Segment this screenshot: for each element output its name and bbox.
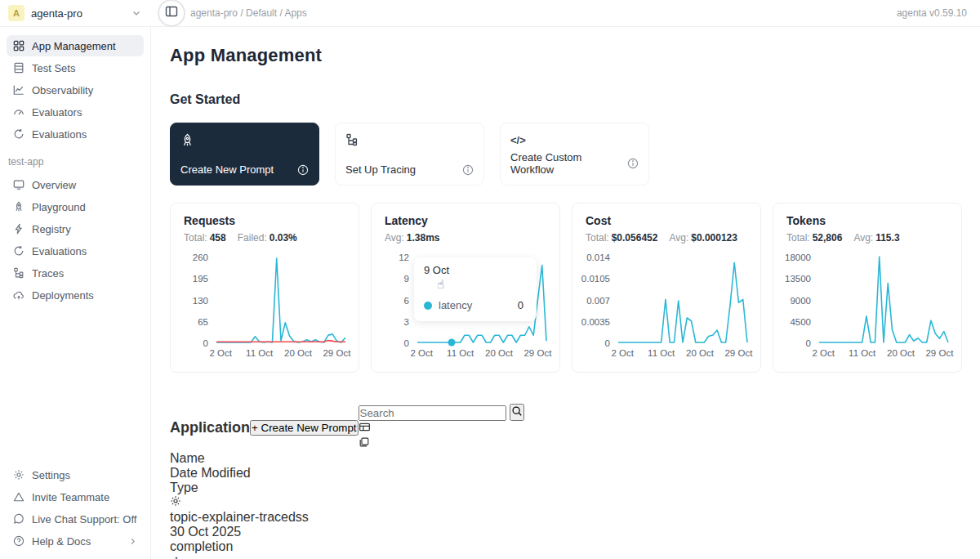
workspace-name: agenta-pro bbox=[31, 7, 82, 20]
y-tick-label: 9 bbox=[404, 274, 409, 284]
cost-chart[interactable] bbox=[618, 257, 747, 342]
monitor-icon bbox=[13, 179, 24, 190]
sidebar-item-deployments[interactable]: Deployments bbox=[7, 284, 144, 306]
y-tick-label: 0.0035 bbox=[581, 317, 610, 327]
sidebar-item-label: Settings bbox=[32, 469, 70, 481]
y-tick-label: 13500 bbox=[785, 274, 811, 284]
sidebar-item-label: Invite Teammate bbox=[32, 491, 109, 503]
search-button[interactable] bbox=[510, 404, 524, 421]
sidebar-item-evaluators[interactable]: Evaluators bbox=[7, 101, 144, 123]
stat-value: $0.000123 bbox=[691, 232, 737, 244]
collapse-sidebar-button[interactable] bbox=[162, 3, 181, 23]
code-icon: </> bbox=[510, 132, 639, 147]
search-input[interactable] bbox=[359, 405, 506, 421]
sidebar-item-observability[interactable]: Observability bbox=[7, 79, 144, 101]
sidebar-item-playground[interactable]: Playground bbox=[7, 196, 144, 217]
y-tick-label: 0 bbox=[806, 338, 811, 348]
stat-value: 0.03% bbox=[270, 232, 297, 244]
latency-card: Latency Avg:1.38ms 036912 2 Oct11 Oct20 … bbox=[371, 203, 560, 373]
column-header-date-modified[interactable]: Date Modified bbox=[170, 466, 962, 481]
sidebar-item-app-evaluations[interactable]: Evaluations bbox=[7, 240, 144, 262]
set-up-tracing-card[interactable]: Set Up Tracing bbox=[335, 123, 484, 186]
table-row[interactable]: topic-explainer-tracedss 30 Oct 2025 com… bbox=[170, 510, 962, 559]
gear-icon bbox=[13, 469, 24, 481]
x-tick-label: 2 Oct bbox=[410, 348, 432, 358]
x-tick-label: 29 Oct bbox=[323, 348, 350, 358]
info-icon[interactable] bbox=[297, 164, 309, 176]
app-name: topic-explainer-tracedss bbox=[170, 510, 962, 525]
create-button-label: Create New Prompt bbox=[261, 422, 357, 434]
x-tick-label: 20 Oct bbox=[284, 348, 312, 358]
info-icon[interactable] bbox=[462, 164, 474, 176]
sidebar-item-label: Playground bbox=[32, 201, 86, 213]
table-settings-gear-icon[interactable] bbox=[170, 495, 181, 509]
breadcrumb[interactable]: agenta-pro / Default / Apps bbox=[190, 7, 307, 19]
x-tick-label: 29 Oct bbox=[523, 348, 551, 358]
y-tick-label: 12 bbox=[399, 253, 409, 262]
tokens-chart[interactable] bbox=[819, 257, 948, 342]
y-tick-label: 0 bbox=[605, 338, 610, 348]
workspace-avatar: A bbox=[8, 5, 24, 21]
refresh-circle-icon bbox=[13, 128, 24, 140]
x-tick-label: 20 Oct bbox=[485, 348, 513, 358]
grid-icon bbox=[13, 40, 24, 51]
create-custom-workflow-card[interactable]: </> Create Custom Workflow bbox=[500, 123, 649, 186]
column-header-type[interactable]: Type bbox=[170, 481, 962, 495]
y-tick-label: 260 bbox=[193, 253, 208, 262]
app-section-label: test-app bbox=[8, 156, 142, 168]
chart-title: Requests bbox=[184, 214, 345, 227]
sidebar-item-settings[interactable]: Settings bbox=[7, 464, 144, 485]
sidebar-item-label: Registry bbox=[32, 223, 71, 235]
create-new-prompt-button[interactable]: + Create New Prompt bbox=[250, 420, 359, 436]
y-tick-label: 18000 bbox=[785, 253, 811, 262]
cursor-highlight bbox=[158, 0, 185, 27]
table-view-icon bbox=[359, 422, 371, 436]
sidebar-item-overview[interactable]: Overview bbox=[7, 174, 144, 195]
view-toggle bbox=[359, 421, 524, 451]
x-tick-label: 11 Oct bbox=[849, 348, 875, 358]
stat-label: Total: bbox=[184, 232, 207, 244]
sidebar-item-label: Help & Docs bbox=[32, 535, 91, 548]
tooltip-series: latency bbox=[439, 299, 472, 311]
sidebar-item-help-docs[interactable]: Help & Docs bbox=[7, 530, 144, 552]
sidebar-item-test-sets[interactable]: Test Sets bbox=[7, 57, 144, 78]
stat-label: Avg: bbox=[669, 232, 688, 244]
y-tick-label: 65 bbox=[198, 317, 208, 327]
kebab-menu-icon[interactable]: ⋮ bbox=[170, 555, 183, 559]
requests-chart[interactable] bbox=[216, 257, 345, 342]
observability-icon bbox=[13, 84, 24, 96]
sidebar-item-label: App Management bbox=[32, 40, 116, 52]
chevron-down-icon bbox=[131, 8, 141, 18]
sidebar-item-app-management[interactable]: App Management bbox=[7, 35, 144, 56]
chart-title: Tokens bbox=[786, 214, 948, 227]
y-axis: 00.00350.0070.01050.014 bbox=[586, 257, 618, 342]
info-icon[interactable] bbox=[627, 158, 639, 169]
card-view-button[interactable] bbox=[359, 436, 524, 451]
sidebar-item-label: Evaluations bbox=[32, 128, 87, 141]
create-new-prompt-card[interactable]: Create New Prompt bbox=[170, 123, 319, 186]
x-tick-label: 2 Oct bbox=[611, 348, 633, 358]
chat-icon bbox=[13, 513, 24, 525]
stat-value: 1.38ms bbox=[407, 232, 440, 244]
sidebar-item-label: Evaluations bbox=[32, 245, 87, 257]
type-badge: completion bbox=[170, 539, 233, 553]
test-sets-icon bbox=[13, 62, 24, 74]
y-tick-label: 0.0105 bbox=[581, 274, 610, 284]
gauge-icon bbox=[13, 106, 24, 118]
sidebar-item-invite-teammate[interactable]: Invite Teammate bbox=[7, 486, 144, 508]
y-axis: 036912 bbox=[385, 257, 417, 342]
sidebar-item-evaluations[interactable]: Evaluations bbox=[7, 123, 144, 145]
tokens-card: Tokens Total:52,806 Avg:115.3 0450090001… bbox=[773, 203, 962, 373]
chart-tooltip: 9 Oct ☝ latency 0 bbox=[414, 257, 537, 321]
x-axis: 2 Oct11 Oct20 Oct29 Oct bbox=[417, 348, 546, 361]
get-started-cards: Create New Prompt Set Up Tracing </> Cre… bbox=[170, 123, 962, 186]
x-tick-label: 29 Oct bbox=[724, 348, 752, 358]
sidebar-item-registry[interactable]: Registry bbox=[7, 218, 144, 239]
sidebar-item-live-chat[interactable]: Live Chat Support: Off bbox=[7, 508, 144, 530]
x-tick-label: 11 Oct bbox=[447, 348, 474, 358]
column-header-name[interactable]: Name bbox=[170, 451, 962, 466]
workspace-switcher[interactable]: A agenta-pro bbox=[0, 0, 151, 26]
sidebar-item-traces[interactable]: Traces bbox=[7, 262, 144, 284]
table-view-button[interactable] bbox=[359, 421, 524, 436]
y-tick-label: 9000 bbox=[790, 296, 811, 306]
